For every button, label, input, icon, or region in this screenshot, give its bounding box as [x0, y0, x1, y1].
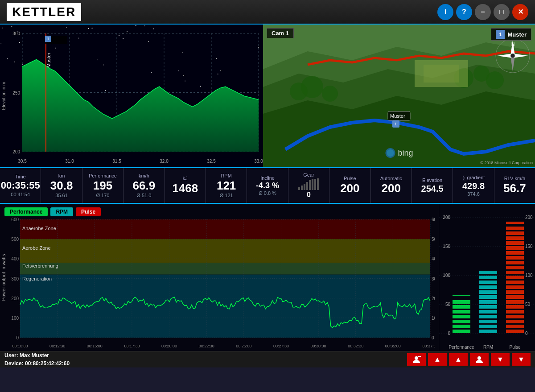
- svg-point-21: [510, 54, 515, 58]
- svg-point-13: [486, 71, 504, 89]
- device-id: 00:80:25:42:42:60: [25, 360, 70, 367]
- stat-automatic: Automatic 200: [371, 168, 412, 203]
- stat-rlv: RLV km/h 56.7: [494, 168, 535, 203]
- ctrl-up-btn[interactable]: ▲: [428, 353, 447, 366]
- cam-label: Cam 1: [267, 28, 294, 38]
- map-user-num: 1: [496, 30, 505, 39]
- stat-gear: Gear 0: [288, 168, 329, 203]
- bottom-controls: ▲ ▲ ▼ ▼: [407, 353, 531, 366]
- stat-time-main: 00:35:55: [1, 180, 40, 191]
- stat-rpm-sub: Ø 121: [220, 193, 233, 198]
- close-button[interactable]: ✕: [512, 4, 528, 20]
- svg-text:Muster: Muster: [390, 113, 405, 119]
- stat-kj-main: 1468: [172, 182, 198, 195]
- stat-pulse-main: 200: [340, 182, 359, 195]
- stat-grad-main: 429.8: [462, 181, 485, 191]
- svg-rect-26: [301, 186, 303, 190]
- stat-km: km 30.8 35.61: [41, 168, 82, 203]
- map-user-name: Muster: [507, 31, 527, 38]
- user-line: User: Max Muster: [4, 351, 70, 359]
- stat-auto-main: 200: [382, 182, 401, 195]
- stat-kj: kJ 1468: [165, 168, 206, 203]
- device-line: Device: 00:80:25:42:42:60: [4, 359, 70, 367]
- stat-time-sub: 00:41:54: [11, 192, 30, 197]
- legend-performance-btn[interactable]: Performance: [4, 207, 48, 216]
- stat-gear-main: 0: [307, 191, 311, 199]
- svg-point-10: [322, 86, 338, 102]
- stat-incline-main: -4.3 %: [256, 182, 279, 190]
- elevation-chart: [0, 25, 263, 167]
- svg-point-9: [301, 76, 323, 98]
- svg-rect-27: [304, 184, 305, 190]
- stat-gear-label: Gear: [303, 172, 314, 177]
- svg-rect-25: [298, 187, 300, 190]
- ctrl-up2-btn[interactable]: ▲: [449, 353, 468, 366]
- stat-gradient: ∑ gradient 429.8 374.6: [453, 168, 494, 203]
- bing-text: bing: [398, 149, 413, 158]
- help-button[interactable]: ?: [456, 4, 472, 20]
- stat-perf-main: 195: [93, 179, 112, 192]
- info-button[interactable]: i: [437, 4, 453, 20]
- stat-rpm-main: 121: [217, 179, 236, 192]
- svg-rect-31: [314, 179, 316, 190]
- bing-logo: bing: [385, 148, 413, 158]
- svg-text:1: 1: [395, 122, 397, 126]
- maximize-button[interactable]: □: [494, 4, 510, 20]
- header: KETTLER i ? − □ ✕: [0, 0, 535, 25]
- gear-display: [297, 178, 320, 191]
- middle-section: Muster 1 N Cam 1: [0, 25, 535, 167]
- stat-perf-sub: Ø 170: [96, 193, 109, 198]
- stat-performance: Performance 195 Ø 170: [82, 168, 123, 203]
- svg-rect-32: [317, 178, 319, 190]
- svg-rect-15: [424, 65, 459, 83]
- svg-point-24: [387, 149, 394, 157]
- stat-rlv-label: RLV km/h: [504, 176, 525, 181]
- side-bars: [439, 204, 535, 351]
- stats-bar: Time 00:35:55 00:41:54 km 30.8 35.61 Per…: [0, 167, 535, 204]
- stat-grad-sub: 374.6: [467, 191, 480, 197]
- svg-point-33: [415, 356, 418, 360]
- ctrl-down2-btn[interactable]: ▼: [512, 353, 531, 366]
- device-label: Device:: [4, 360, 25, 367]
- ctrl-down-btn[interactable]: ▼: [491, 353, 510, 366]
- stat-kmh: km/h 66.9 Ø 51.0: [123, 168, 165, 203]
- stat-km-label: km: [58, 173, 65, 178]
- svg-rect-28: [306, 182, 308, 190]
- map-svg: Muster 1: [263, 25, 535, 167]
- main-chart: Performance RPM Pulse: [0, 204, 439, 351]
- header-buttons: i ? − □ ✕: [437, 4, 528, 20]
- stat-rpm: RPM 121 Ø 121: [206, 168, 247, 203]
- stat-rlv-main: 56.7: [503, 182, 526, 195]
- ctrl-add-user-btn[interactable]: [407, 353, 426, 366]
- svg-rect-30: [312, 179, 313, 190]
- user-label: User:: [4, 352, 20, 359]
- stat-incline: Incline -4.3 % Ø 0.8 %: [247, 168, 288, 203]
- legend-pulse-btn[interactable]: Pulse: [76, 207, 101, 216]
- user-name: Max Muster: [20, 352, 49, 359]
- legend-rpm-btn[interactable]: RPM: [50, 207, 73, 216]
- chart-area: Performance RPM Pulse: [0, 204, 535, 351]
- bottom-bar: User: Max Muster Device: 00:80:25:42:42:…: [0, 351, 535, 367]
- svg-text:N: N: [511, 42, 514, 47]
- stat-elev-label: Elevation: [422, 177, 442, 183]
- stat-kmh-sub: Ø 51.0: [136, 193, 151, 198]
- stat-time: Time 00:35:55 00:41:54: [0, 168, 41, 203]
- stat-rpm-label: RPM: [221, 173, 231, 178]
- stat-auto-label: Automatic: [380, 176, 402, 181]
- stat-kmh-label: km/h: [139, 173, 149, 178]
- stat-km-sub: 35.61: [55, 193, 68, 198]
- stat-incline-label: Incline: [260, 175, 275, 181]
- stat-pulse: Pulse 200: [329, 168, 370, 203]
- stat-elev-main: 254.5: [421, 184, 444, 194]
- compass-rose: N: [495, 38, 531, 74]
- stat-incline-sub: Ø 0.8 %: [259, 190, 276, 196]
- stat-perf-label: Performance: [89, 173, 117, 178]
- stat-kj-label: kJ: [183, 176, 188, 181]
- ctrl-remove-user-btn[interactable]: [470, 353, 489, 366]
- stat-grad-label: ∑ gradient: [462, 175, 485, 180]
- stat-kmh-main: 66.9: [133, 179, 156, 192]
- minimize-button[interactable]: −: [475, 4, 491, 20]
- svg-point-35: [477, 356, 481, 360]
- stat-elevation: Elevation 254.5: [412, 168, 453, 203]
- map-section: Muster 1 N Cam 1: [263, 25, 535, 167]
